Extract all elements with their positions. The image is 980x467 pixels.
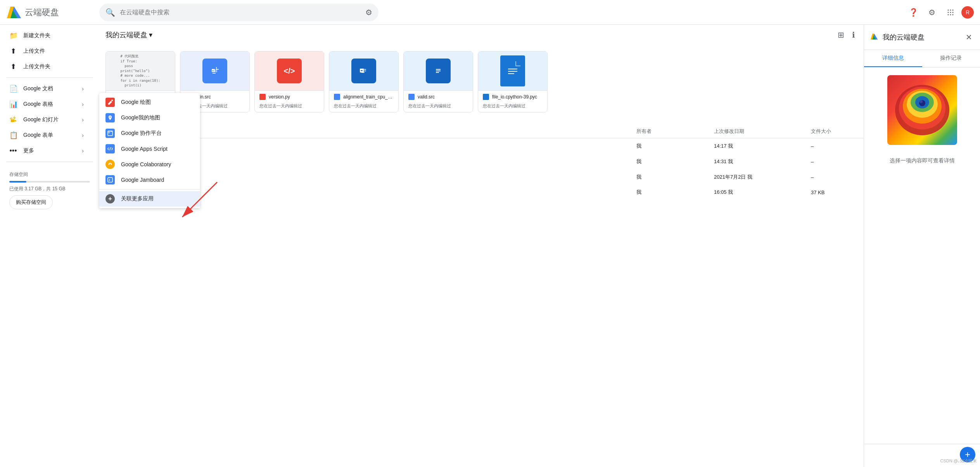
filter-icon[interactable]: ⚙ bbox=[365, 8, 372, 17]
panel-close-button[interactable]: ✕ bbox=[964, 31, 974, 43]
sidebar-item-forms[interactable]: 📋 Google 表单 › bbox=[0, 128, 93, 143]
file-modified-4: 您在过去一天内编辑过 bbox=[404, 103, 473, 112]
list-item-1[interactable]: 📁 Bi-... 我 14:31 我 – bbox=[99, 154, 864, 169]
file-card-2[interactable]: </> version.py 您在过去一天内编辑过 bbox=[254, 51, 324, 112]
sidebar-item-slides[interactable]: 📽 Google 幻灯片 › bbox=[0, 112, 93, 128]
file-type-icon-2 bbox=[259, 94, 266, 100]
dropdown-label-jam: Google Jamboard bbox=[121, 177, 164, 183]
dropdown-item-jam[interactable]: J Google Jamboard bbox=[99, 172, 200, 188]
dropdown-item-more-apps[interactable]: + 关联更多应用 bbox=[99, 191, 200, 207]
tab-activity[interactable]: 操作记录 bbox=[922, 50, 980, 67]
list-item-size-3: 37 KB bbox=[811, 190, 857, 195]
apps-button[interactable] bbox=[943, 5, 958, 20]
settings-button[interactable]: ⚙ bbox=[924, 5, 940, 20]
dropdown-label-more-apps: 关联更多应用 bbox=[121, 195, 154, 202]
docs-icon: 📄 bbox=[9, 84, 17, 93]
file-icon-3: ✏ bbox=[351, 59, 376, 83]
file-card-footer-2: version.py bbox=[255, 90, 324, 103]
file-card-4[interactable]: valid.src 您在过去一天内编辑过 bbox=[403, 51, 473, 112]
list-item-2[interactable]: 📁 Co... 我 2021年7月2日 我 – bbox=[99, 169, 864, 185]
panel-title: 我的云端硬盘 bbox=[883, 33, 964, 42]
storage-section: 存储空间 已使用 3.17 GB，共 15 GB 购买存储空间 bbox=[0, 165, 99, 219]
upload-folder-button[interactable]: ⬆ 上传文件夹 bbox=[0, 59, 93, 74]
watermark: CSDN @ᵥ知冷暖来 bbox=[940, 458, 977, 464]
svg-point-36 bbox=[111, 164, 112, 165]
file-name-4: valid.src bbox=[418, 94, 468, 100]
new-folder-button[interactable]: 📁 新建文件夹 bbox=[0, 28, 93, 43]
dropdown-item-colab[interactable]: Google Colaboratory bbox=[99, 157, 200, 172]
draw-icon bbox=[105, 98, 115, 107]
panel-empty-text: 选择一项内容即可查看详情 bbox=[890, 157, 955, 164]
file-name-5: file_io.cpython-39.pyc bbox=[492, 94, 543, 100]
dropdown-item-maps[interactable]: Google我的地图 bbox=[99, 110, 200, 126]
list-item-0[interactable]: 📁 .ipynb 我 14:17 我 – bbox=[99, 138, 864, 154]
tab-detail[interactable]: 详细信息 bbox=[864, 50, 922, 67]
buy-storage-button[interactable]: 购买存储空间 bbox=[9, 195, 53, 209]
dropdown-item-draw[interactable]: Google 绘图 bbox=[99, 95, 200, 110]
more-label: 更多 bbox=[23, 147, 34, 154]
info-button[interactable]: ℹ bbox=[850, 28, 857, 42]
forms-arrow-icon: › bbox=[82, 132, 84, 138]
slides-label: Google 幻灯片 bbox=[23, 116, 59, 123]
sidebar-divider-2 bbox=[6, 162, 93, 162]
forms-label: Google 表单 bbox=[23, 132, 53, 139]
more-icon: ••• bbox=[9, 147, 17, 155]
avatar[interactable]: R bbox=[961, 6, 974, 19]
dropdown-label-sites: Google 协作平台 bbox=[121, 130, 162, 137]
storage-bar-bg bbox=[9, 181, 90, 183]
file-icon-2: </> bbox=[277, 59, 302, 83]
sheets-icon: 📊 bbox=[9, 100, 17, 109]
file-icon-1: ✏ bbox=[202, 59, 227, 83]
plus-icon: + bbox=[105, 194, 115, 203]
search-bar[interactable]: 🔍 ⚙ bbox=[99, 3, 379, 21]
svg-point-7 bbox=[950, 12, 951, 13]
svg-text:✏: ✏ bbox=[361, 69, 363, 72]
svg-point-8 bbox=[952, 12, 954, 13]
docs-label: Google 文档 bbox=[23, 85, 53, 92]
upload-file-button[interactable]: ⬆ 上传文件 bbox=[0, 43, 93, 59]
panel-content: 选择一项内容即可查看详情 bbox=[864, 67, 980, 444]
drive-logo-icon bbox=[6, 6, 22, 19]
svg-point-29 bbox=[111, 100, 113, 101]
maps-icon bbox=[105, 113, 115, 122]
topbar-actions: ❓ ⚙ R bbox=[906, 5, 974, 20]
dropdown-divider bbox=[99, 189, 200, 190]
list-item-3[interactable]: 🔗 te... 我 16:05 我 37 KB bbox=[99, 185, 864, 200]
svg-rect-32 bbox=[108, 131, 110, 133]
upload-file-label: 上传文件 bbox=[23, 48, 45, 55]
grid-view-button[interactable]: ⊞ bbox=[835, 28, 847, 42]
svg-point-6 bbox=[948, 12, 949, 13]
logo: 云端硬盘 bbox=[6, 6, 92, 19]
file-card-3[interactable]: ✏ alignment_train_cpu_bind... 您在过去一天内编辑过 bbox=[329, 51, 399, 112]
jam-icon: J bbox=[105, 175, 115, 184]
help-button[interactable]: ❓ bbox=[906, 5, 921, 20]
svg-point-5 bbox=[952, 9, 954, 10]
dropdown-menu: Google 绘图 Google我的地图 Google 协作平台 Go bbox=[99, 93, 200, 208]
file-icon-4 bbox=[426, 59, 451, 83]
breadcrumb-chevron-icon[interactable]: ▾ bbox=[149, 31, 152, 39]
dropdown-item-script[interactable]: Google Apps Script bbox=[99, 141, 200, 157]
file-card-5[interactable]: file_io.cpython-39.pyc 您在过去一天内编辑过 bbox=[478, 51, 548, 112]
files-list-header: 名称 ↑ 所有者 上次修改日期 文件大小 bbox=[99, 125, 864, 138]
sidebar-item-more[interactable]: ••• 更多 › bbox=[0, 143, 93, 159]
file-type-icon-5 bbox=[483, 94, 489, 100]
search-icon: 🔍 bbox=[105, 8, 115, 17]
sidebar-item-sheets[interactable]: 📊 Google 表格 › bbox=[0, 97, 93, 112]
file-type-icon-4 bbox=[408, 94, 415, 100]
svg-point-4 bbox=[950, 9, 951, 10]
list-item-size-1: – bbox=[811, 159, 857, 165]
file-icon-5 bbox=[500, 55, 525, 86]
file-card-preview-0: # 代码预览 if True: pass print("hello") # mo… bbox=[106, 52, 175, 90]
svg-point-34 bbox=[107, 162, 113, 167]
file-name-1: train.src bbox=[194, 94, 245, 100]
dropdown-label-maps: Google我的地图 bbox=[121, 114, 160, 121]
list-item-modified-3: 16:05 我 bbox=[714, 189, 811, 196]
new-folder-icon: 📁 bbox=[9, 31, 17, 40]
col-modified-header: 上次修改日期 bbox=[714, 128, 811, 135]
main-content: 我的云端硬盘 ▾ ⊞ ℹ # 代码预览 if True: pas bbox=[99, 25, 864, 467]
search-input[interactable] bbox=[120, 9, 362, 16]
sidebar-item-docs[interactable]: 📄 Google 文档 › bbox=[0, 81, 93, 97]
dropdown-item-sites[interactable]: Google 协作平台 bbox=[99, 126, 200, 141]
file-card-footer-5: file_io.cpython-39.pyc bbox=[478, 90, 547, 103]
breadcrumb-root[interactable]: 我的云端硬盘 bbox=[105, 30, 147, 40]
